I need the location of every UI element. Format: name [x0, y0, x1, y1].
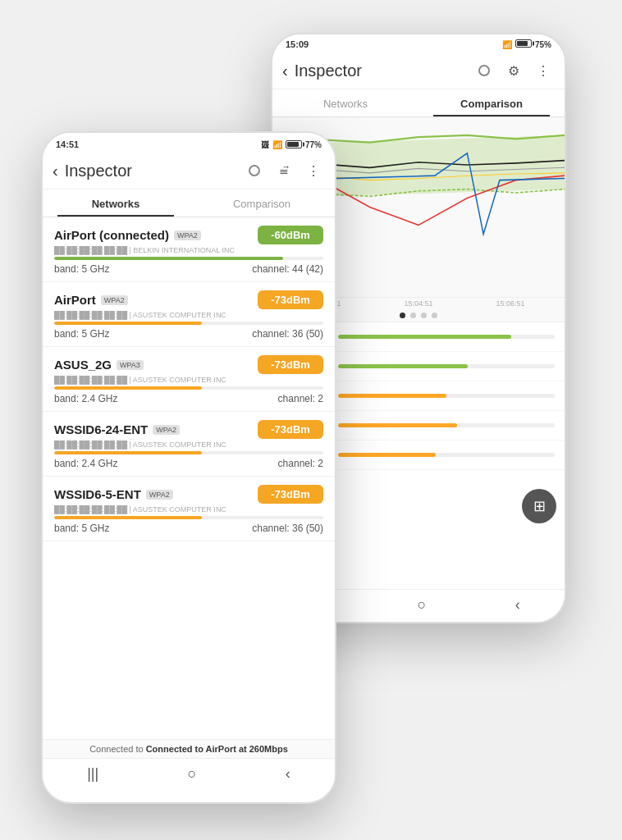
back-net-bar-2 — [338, 364, 555, 368]
back-net-bar-1 — [338, 335, 555, 339]
network-bar-0 — [54, 257, 323, 260]
network-channel-0: channel: 44 (42) — [252, 263, 323, 275]
back-grid-button[interactable]: ⊞ — [522, 489, 556, 523]
back-wifi-icon: 📶 — [502, 40, 512, 49]
back-app-title: Inspector — [295, 62, 466, 80]
dot-1 — [400, 313, 405, 318]
front-nav-back[interactable]: ‹ — [286, 765, 290, 783]
back-net-bar-5 — [338, 453, 555, 457]
back-record-button[interactable] — [473, 59, 496, 82]
front-more-icon[interactable]: ⋮ — [302, 159, 325, 182]
network-band-3: band: 2.4 GHz — [54, 458, 117, 469]
network-mac-1: ██:██:██:██:██:██ | ASUSTEK COMPUTER INC — [54, 311, 323, 319]
network-channel-4: channel: 36 (50) — [252, 523, 323, 534]
front-nav-bar: ||| ○ ‹ — [43, 758, 335, 791]
back-battery-pct: 75% — [535, 40, 551, 49]
network-mac-2: ██:██:██:██:██:██ | ASUSTEK COMPUTER INC — [54, 376, 323, 384]
front-app-bar: ‹ Inspector ≡⃗ ⋮ — [43, 153, 335, 189]
front-status-bar: 14:51 🖼 📶 77% — [43, 133, 335, 153]
front-tab-comparison[interactable]: Comparison — [189, 189, 335, 217]
phone-front: 14:51 🖼 📶 77% ‹ Inspector ≡⃗ ⋮ Networks … — [41, 131, 336, 804]
network-mac-0: ██:██:██:██:██:██ | BELKIN INTERNATIONAL… — [54, 246, 323, 254]
back-net-bar-4 — [338, 423, 555, 427]
network-bar-3 — [54, 451, 323, 454]
back-chart-label-3: 15:06:51 — [496, 299, 524, 308]
front-network-list: AirPort (connected) WPA2 -60dBm ██:██:██… — [43, 217, 335, 739]
back-tab-networks[interactable]: Networks — [272, 89, 418, 116]
front-battery-pct: 77% — [305, 140, 322, 149]
back-battery-icon — [515, 39, 532, 49]
network-channel-2: channel: 2 — [278, 393, 323, 404]
network-signal-4: -73dBm — [258, 485, 323, 504]
back-nav-back[interactable]: ‹ — [515, 596, 520, 614]
network-item-3[interactable]: WSSID6-24-ENT WPA2 -73dBm ██:██:██:██:██… — [43, 412, 335, 477]
front-connected-info: Connected to AirPort at 260Mbps — [146, 744, 288, 754]
front-back-button[interactable]: ‹ — [53, 162, 58, 180]
network-signal-1: -73dBm — [258, 290, 323, 309]
front-record-button[interactable] — [243, 159, 266, 182]
back-tab-bar: Networks Comparison — [272, 89, 565, 117]
front-status-time: 14:51 — [56, 139, 79, 149]
network-item-4[interactable]: WSSID6-5-ENT WPA2 -73dBm ██:██:██:██:██:… — [43, 477, 335, 541]
front-status-icons: 🖼 📶 77% — [261, 140, 322, 149]
back-app-bar: ‹ Inspector ⚙ ⋮ — [272, 52, 565, 89]
network-signal-2: -73dBm — [258, 355, 323, 374]
network-item-2[interactable]: ASUS_2G WPA3 -73dBm ██:██:██:██:██:██ | … — [43, 347, 335, 412]
back-tab-comparison[interactable]: Comparison — [418, 89, 565, 116]
network-channel-3: channel: 2 — [278, 458, 323, 469]
network-bar-1 — [54, 322, 323, 325]
dot-2 — [410, 313, 416, 318]
network-wpa-4: WPA2 — [146, 490, 173, 500]
front-filter-icon[interactable]: ≡⃗ — [272, 159, 295, 182]
front-signal-icon: 📶 — [272, 140, 282, 149]
back-status-bar: 15:09 📶 75% — [272, 34, 565, 52]
network-name-3: WSSID6-24-ENT — [54, 422, 148, 436]
network-band-2: band: 2.4 GHz — [54, 393, 117, 404]
network-signal-3: -73dBm — [258, 420, 323, 439]
scene: 15:09 📶 75% ‹ Inspector ⚙ ⋮ Networks Com — [0, 0, 622, 840]
network-signal-0: -60dBm — [258, 226, 323, 244]
back-filter-icon[interactable]: ⚙ — [502, 59, 525, 82]
network-name-2: ASUS_2G — [54, 358, 112, 372]
front-bottom-status: Connected to Connected to AirPort at 260… — [43, 739, 335, 758]
network-item-0[interactable]: AirPort (connected) WPA2 -60dBm ██:██:██… — [43, 217, 335, 282]
front-tab-networks[interactable]: Networks — [43, 189, 189, 217]
network-name-4: WSSID6-5-ENT — [54, 487, 141, 501]
network-band-4: band: 5 GHz — [54, 523, 109, 534]
network-bar-4 — [54, 516, 323, 519]
back-status-time: 15:09 — [286, 39, 309, 49]
front-photo-icon: 🖼 — [261, 140, 269, 149]
network-mac-4: ██:██:██:██:██:██ | ASUSTEK COMPUTER INC — [54, 505, 323, 514]
network-wpa-2: WPA3 — [117, 360, 144, 370]
network-channel-1: channel: 36 (50) — [252, 328, 323, 340]
dot-4 — [432, 313, 437, 318]
front-nav-recent[interactable]: ||| — [87, 765, 98, 783]
back-back-button[interactable]: ‹ — [282, 62, 288, 80]
back-chart-label-2: 15:04:51 — [404, 299, 432, 308]
front-app-title: Inspector — [65, 162, 236, 180]
dot-3 — [421, 313, 427, 318]
back-net-bar-3 — [338, 394, 555, 398]
network-bar-2 — [54, 386, 323, 390]
network-mac-3: ██:██:██:██:██:██ | ASUSTEK COMPUTER INC — [54, 441, 323, 449]
network-name-1: AirPort — [54, 293, 96, 307]
network-name-0: AirPort (connected) — [54, 228, 169, 242]
back-more-icon[interactable]: ⋮ — [532, 59, 555, 82]
front-tab-bar: Networks Comparison — [43, 189, 335, 217]
network-wpa-1: WPA2 — [101, 295, 128, 305]
network-wpa-0: WPA2 — [174, 231, 201, 240]
network-band-0: band: 5 GHz — [54, 263, 109, 275]
network-band-1: band: 5 GHz — [54, 328, 109, 340]
front-nav-home[interactable]: ○ — [188, 765, 197, 783]
network-wpa-3: WPA2 — [153, 425, 180, 435]
back-status-icons: 📶 75% — [502, 39, 551, 49]
network-item-1[interactable]: AirPort WPA2 -73dBm ██:██:██:██:██:██ | … — [43, 282, 335, 347]
back-nav-home[interactable]: ○ — [418, 596, 427, 614]
